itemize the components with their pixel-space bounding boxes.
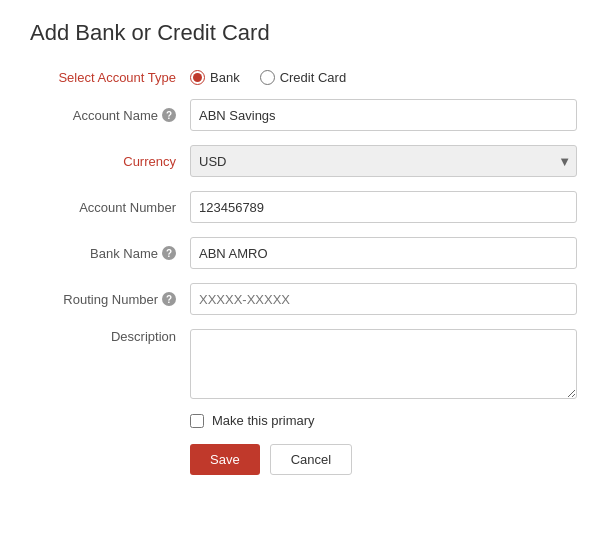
account-number-input[interactable] [190,191,577,223]
routing-number-input[interactable] [190,283,577,315]
currency-label: Currency [30,154,190,169]
form: Select Account Type Bank Credit Card Acc… [30,70,577,475]
currency-select-wrapper: USD EUR GBP JPY ▼ [190,145,577,177]
account-number-row: Account Number [30,191,577,223]
radio-credit-card[interactable] [260,70,275,85]
description-row: Description [30,329,577,399]
bank-name-row: Bank Name ? [30,237,577,269]
routing-number-label-container: Routing Number ? [30,292,190,307]
currency-row: Currency USD EUR GBP JPY ▼ [30,145,577,177]
save-button[interactable]: Save [190,444,260,475]
routing-number-label: Routing Number [63,292,158,307]
radio-bank[interactable] [190,70,205,85]
page-title: Add Bank or Credit Card [30,20,577,46]
account-number-label: Account Number [30,200,190,215]
primary-checkbox-row: Make this primary [190,413,577,428]
description-label: Description [30,329,190,344]
radio-bank-label: Bank [210,70,240,85]
radio-credit-card-option[interactable]: Credit Card [260,70,346,85]
routing-number-help-icon: ? [162,292,176,306]
account-type-label: Select Account Type [30,70,190,85]
account-name-row: Account Name ? [30,99,577,131]
bank-name-input[interactable] [190,237,577,269]
radio-bank-option[interactable]: Bank [190,70,240,85]
bank-name-label: Bank Name [90,246,158,261]
make-primary-checkbox[interactable] [190,414,204,428]
account-name-label: Account Name [73,108,158,123]
account-name-label-container: Account Name ? [30,108,190,123]
bank-name-help-icon: ? [162,246,176,260]
routing-number-row: Routing Number ? [30,283,577,315]
radio-credit-card-label: Credit Card [280,70,346,85]
form-buttons: Save Cancel [190,444,577,475]
description-input[interactable] [190,329,577,399]
bank-name-label-container: Bank Name ? [30,246,190,261]
account-type-radio-group: Bank Credit Card [190,70,577,85]
account-name-input[interactable] [190,99,577,131]
cancel-button[interactable]: Cancel [270,444,352,475]
account-name-help-icon: ? [162,108,176,122]
make-primary-label: Make this primary [212,413,315,428]
currency-select[interactable]: USD EUR GBP JPY [190,145,577,177]
account-type-row: Select Account Type Bank Credit Card [30,70,577,85]
